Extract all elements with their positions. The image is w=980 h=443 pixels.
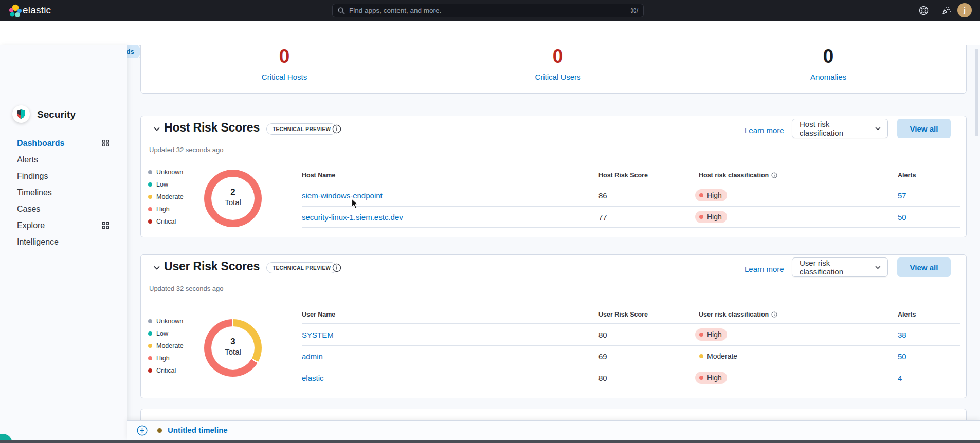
sidebar-item-cases[interactable]: Cases: [0, 201, 127, 217]
host-risk-classification-dropdown[interactable]: Host risk classification: [792, 119, 888, 138]
kpi-label-link[interactable]: Critical Users: [481, 72, 635, 81]
learn-more-link[interactable]: Learn more: [745, 265, 784, 273]
legend-item: High: [148, 206, 170, 213]
sidebar-title: Security: [37, 109, 76, 120]
sidebar-item-findings[interactable]: Findings: [0, 169, 127, 184]
user-risk-score-value: 80: [598, 374, 607, 382]
host-name-link[interactable]: security-linux-1.siem.estc.dev: [302, 213, 403, 222]
legend-item: Low: [148, 181, 168, 188]
host-risk-scores-panel: Host Risk Scores TECHNICAL PREVIEW Learn…: [140, 116, 967, 237]
elastic-logo-icon: [7, 3, 23, 19]
kpi-anomalies: 0 Anomalies: [751, 45, 905, 81]
elastic-brand-text: elastic: [23, 5, 51, 16]
user-avatar[interactable]: j: [957, 3, 972, 17]
risk-classification-badge: High: [695, 189, 727, 201]
risk-classification-badge: High: [695, 211, 727, 223]
risk-classification-badge: High: [695, 328, 727, 341]
user-name-link[interactable]: admin: [302, 352, 323, 361]
risk-dot: [699, 333, 703, 337]
global-search-input[interactable]: Find apps, content, and more. ⌘/: [332, 4, 644, 17]
legend-dot: [148, 356, 152, 360]
legend-item: Unknown: [148, 318, 183, 325]
info-icon[interactable]: [771, 311, 777, 318]
kpi-summary-panel: 0 Critical Hosts 0 Critical Users 0 Anom…: [140, 45, 967, 94]
sidebar-item-dashboards[interactable]: Dashboards: [0, 136, 127, 151]
grid-icon[interactable]: [102, 140, 109, 146]
learn-more-link[interactable]: Learn more: [745, 126, 784, 135]
risk-dot: [699, 215, 703, 219]
risk-dot: [699, 193, 703, 197]
top-navigation-bar: elastic Find apps, content, and more. ⌘/…: [0, 0, 980, 21]
legend-dot: [148, 207, 152, 211]
panel-title: Host Risk Scores: [164, 121, 260, 135]
header-breadcrumb-bar: D Security Dashboards Entity Analytics A…: [0, 21, 980, 45]
user-name-link[interactable]: elastic: [302, 374, 324, 382]
sidebar-item-explore[interactable]: Explore: [0, 218, 127, 233]
legend-dot: [148, 182, 152, 187]
table-divider: [302, 389, 960, 389]
info-icon[interactable]: [332, 124, 341, 134]
host-risk-score-value: 86: [598, 191, 607, 200]
alerts-count-link[interactable]: 50: [898, 213, 906, 222]
updated-timestamp: Updated 32 seconds ago: [149, 285, 224, 292]
chevron-down-icon: [875, 264, 881, 271]
alerts-count-link[interactable]: 57: [898, 191, 906, 200]
column-header-host-risk-score: Host Risk Score: [598, 172, 648, 179]
column-header-user-name: User Name: [302, 311, 335, 318]
timeline-bottom-bar[interactable]: [127, 420, 980, 440]
sidebar-item-alerts[interactable]: Alerts: [0, 152, 127, 168]
kpi-critical-hosts: 0 Critical Hosts: [207, 45, 361, 81]
user-risk-classification-dropdown[interactable]: User risk classification: [792, 257, 888, 277]
legend-item: Critical: [148, 218, 176, 225]
table-divider: [302, 367, 960, 367]
risk-classification-badge: Moderate: [695, 350, 742, 362]
legend-item: Moderate: [148, 193, 184, 200]
user-risk-score-value: 69: [598, 352, 607, 361]
add-timeline-icon[interactable]: [137, 425, 148, 436]
news-feed-icon[interactable]: [941, 5, 952, 15]
search-shortcut-hint: ⌘/: [630, 7, 638, 14]
column-header-user-risk-classification: User risk classification: [699, 311, 777, 318]
legend-dot: [148, 331, 152, 336]
kpi-critical-users: 0 Critical Users: [481, 45, 635, 81]
host-name-link[interactable]: siem-windows-endpoint: [302, 191, 383, 200]
help-icon[interactable]: [919, 6, 929, 15]
sidebar-item-timelines[interactable]: Timelines: [0, 185, 127, 200]
legend-item: Unknown: [148, 169, 183, 176]
security-shield-icon: [16, 109, 26, 119]
chevron-down-icon: [875, 125, 881, 132]
alerts-count-link[interactable]: 4: [898, 374, 902, 382]
view-all-button[interactable]: View all: [897, 119, 951, 138]
user-risk-score-value: 80: [598, 330, 607, 339]
legend-dot: [148, 344, 152, 348]
legend-item: Critical: [148, 367, 176, 374]
kpi-label-link[interactable]: Critical Hosts: [207, 72, 361, 81]
grid-icon[interactable]: [102, 222, 109, 229]
user-name-link[interactable]: SYSTEM: [302, 330, 334, 339]
legend-dot: [148, 195, 152, 199]
legend-item: Moderate: [148, 342, 184, 349]
info-icon[interactable]: [332, 263, 341, 272]
panel-title: User Risk Scores: [164, 260, 260, 273]
alerts-count-link[interactable]: 50: [898, 352, 906, 361]
table-divider: [302, 323, 960, 324]
collapse-chevron-icon[interactable]: [153, 264, 161, 272]
donut-center-label: 2 Total: [204, 187, 262, 207]
collapse-chevron-icon[interactable]: [153, 125, 161, 133]
donut-center-label: 3 Total: [204, 337, 262, 356]
legend-dot: [148, 368, 152, 373]
column-header-host-name: Host Name: [302, 172, 335, 179]
alerts-count-link[interactable]: 38: [898, 330, 906, 339]
timeline-status-dot: [157, 428, 162, 433]
scrollbar-thumb[interactable]: [975, 49, 978, 136]
security-app-logo: [12, 105, 30, 123]
risk-classification-badge: High: [695, 372, 727, 384]
sidebar-item-intelligence[interactable]: Intelligence: [0, 234, 127, 250]
host-risk-score-value: 77: [598, 213, 607, 222]
window-bottom-edge: [0, 440, 980, 443]
technical-preview-badge: TECHNICAL PREVIEW: [266, 262, 337, 273]
untitled-timeline-link[interactable]: Untitled timeline: [168, 426, 228, 434]
info-icon[interactable]: [771, 172, 777, 178]
kpi-label-link[interactable]: Anomalies: [751, 72, 905, 81]
view-all-button[interactable]: View all: [897, 257, 951, 277]
